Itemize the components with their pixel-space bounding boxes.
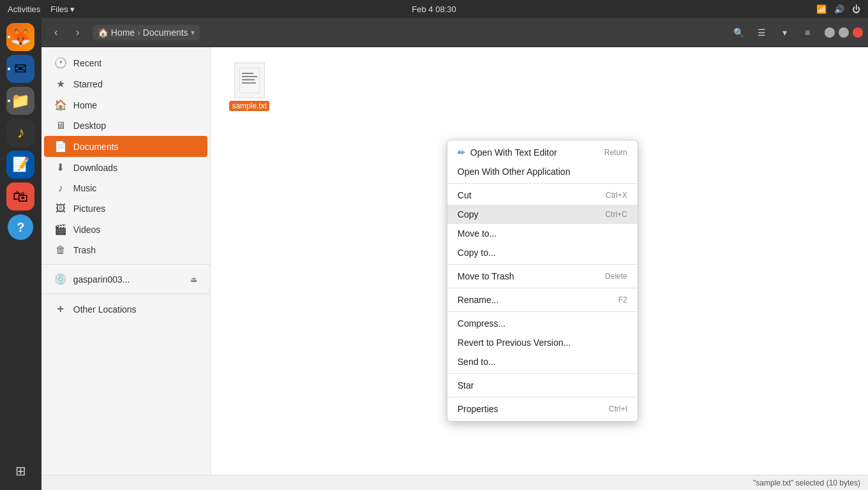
sidebar-label-downloads: Downloads [73, 163, 117, 173]
ctx-open-other[interactable]: Open With Other Application [447, 162, 638, 181]
context-menu: ✏ Open With Text Editor Return Open With… [447, 140, 638, 422]
ctx-open-text-editor[interactable]: ✏ Open With Text Editor Return [447, 143, 638, 162]
network-icon: 📶 [816, 4, 827, 14]
datetime-label: Feb 4 08:30 [412, 4, 456, 14]
sidebar-item-downloads[interactable]: ⬇ Downloads [44, 157, 207, 178]
dock-appstore[interactable]: 🛍 [6, 182, 34, 211]
sidebar-divider-1 [41, 264, 210, 265]
home-icon: 🏠 [54, 99, 67, 111]
file-icon [234, 63, 265, 98]
file-label: sample.txt [229, 101, 269, 111]
ctx-move-to[interactable]: Move to... [447, 224, 638, 243]
eject-icon[interactable]: ⏏ [190, 275, 197, 284]
recent-icon: 🕐 [54, 57, 67, 69]
dock-help[interactable]: ? [8, 214, 33, 240]
back-button[interactable]: ‹ [47, 23, 66, 42]
ctx-send-to-left: Send to... [458, 357, 496, 367]
dock-thunderbird[interactable]: ✉ [6, 55, 34, 83]
sidebar-label-documents: Documents [73, 142, 119, 152]
maximize-button[interactable] [839, 27, 849, 38]
music-icon: ♪ [54, 182, 67, 194]
ctx-cut-shortcut: Ctrl+X [606, 191, 627, 200]
power-icon[interactable]: ⏻ [852, 4, 860, 14]
title-bar-actions: 🔍 ☰ ▾ ≡ [729, 23, 817, 42]
ctx-copy-to[interactable]: Copy to... [447, 243, 638, 262]
system-bar-left: Activities Files ▾ [8, 4, 75, 14]
ctx-open-other-label: Open With Other Application [458, 167, 571, 177]
sidebar-item-home[interactable]: 🏠 Home [44, 94, 207, 115]
ctx-cut-left: Cut [458, 190, 472, 200]
dock-files[interactable]: 📁 [6, 87, 34, 115]
ctx-divider-1 [447, 183, 638, 184]
sidebar-item-other-locations[interactable]: + Other Locations [44, 298, 207, 320]
breadcrumb-home[interactable]: 🏠 [98, 27, 108, 38]
ctx-open-editor-shortcut: Return [604, 148, 627, 157]
sidebar-item-documents[interactable]: 📄 Documents [44, 136, 207, 157]
sidebar-item-desktop[interactable]: 🖥 Desktop [44, 115, 207, 136]
breadcrumb-dropdown-icon[interactable]: ▾ [191, 28, 195, 37]
dock-firefox[interactable]: 🦊 [6, 23, 34, 51]
ctx-revert[interactable]: Revert to Previous Version... [447, 333, 638, 352]
dock-grid[interactable]: ⊞ [6, 457, 34, 485]
ctx-compress-left: Compress... [458, 318, 505, 329]
search-button[interactable]: 🔍 [729, 23, 748, 42]
window-controls [825, 27, 863, 38]
sidebar-item-starred[interactable]: ★ Starred [44, 73, 207, 94]
ctx-open-editor-icon: ✏ [458, 147, 465, 158]
sidebar-item-gasparin[interactable]: 💿 gasparin003... ⏏ [44, 269, 207, 290]
sidebar-item-pictures[interactable]: 🖼 Pictures [44, 198, 207, 219]
system-bar-right: 📶 🔊 ⏻ [816, 4, 860, 14]
sidebar-label-trash: Trash [73, 245, 96, 255]
activities-label[interactable]: Activities [8, 4, 40, 14]
dock-writer[interactable]: 📝 [6, 151, 34, 179]
ctx-divider-3 [447, 288, 638, 288]
file-item-sample[interactable]: sample.txt [221, 57, 278, 116]
ctx-move-to-label: Move to... [458, 228, 497, 239]
videos-icon: 🎬 [54, 223, 67, 235]
ctx-send-to[interactable]: Send to... [447, 352, 638, 371]
menu-button[interactable]: ≡ [798, 23, 817, 42]
status-bar: "sample.txt" selected (10 bytes) [41, 475, 868, 490]
ctx-properties[interactable]: Properties Ctrl+I [447, 399, 638, 419]
ctx-open-editor-label: Open With Text Editor [470, 147, 557, 158]
sidebar-item-trash[interactable]: 🗑 Trash [44, 240, 207, 260]
ctx-move-to-trash[interactable]: Move to Trash Delete [447, 267, 638, 286]
ctx-rename[interactable]: Rename... F2 [447, 290, 638, 309]
files-menu-label[interactable]: Files ▾ [50, 4, 75, 14]
sidebar-label-videos: Videos [73, 225, 101, 235]
ctx-copy-to-left: Copy to... [458, 248, 496, 258]
close-button[interactable] [853, 27, 863, 38]
ctx-star-label: Star [458, 380, 474, 390]
sidebar-divider-2 [41, 293, 210, 294]
file-manager-body: 🕐 Recent ★ Starred 🏠 Home 🖥 Desktop 📄 [41, 47, 868, 475]
breadcrumb-documents-label[interactable]: Documents [143, 27, 188, 38]
minimize-button[interactable] [825, 27, 835, 38]
downloads-icon: ⬇ [54, 161, 67, 174]
ctx-cut[interactable]: Cut Ctrl+X [447, 186, 638, 205]
sidebar-label-music: Music [73, 183, 97, 193]
ctx-cut-label: Cut [458, 190, 472, 200]
view-dropdown-button[interactable]: ▾ [775, 23, 794, 42]
dock-rhythmbox[interactable]: ♪ [6, 119, 34, 147]
svg-rect-4 [242, 82, 256, 84]
ctx-trash-shortcut: Delete [605, 272, 627, 281]
ctx-properties-label: Properties [458, 404, 498, 414]
ctx-compress-label: Compress... [458, 318, 505, 329]
sidebar: 🕐 Recent ★ Starred 🏠 Home 🖥 Desktop 📄 [41, 47, 211, 475]
forward-button[interactable]: › [68, 23, 87, 42]
view-list-button[interactable]: ☰ [752, 23, 771, 42]
ctx-compress[interactable]: Compress... [447, 314, 638, 333]
pictures-icon: 🖼 [54, 203, 67, 214]
sidebar-label-pictures: Pictures [73, 204, 106, 214]
content-area: sample.txt ✏ Open With Text Editor Retur… [211, 47, 868, 475]
sidebar-item-videos[interactable]: 🎬 Videos [44, 219, 207, 240]
breadcrumb-home-label[interactable]: Home [111, 27, 135, 38]
ctx-copy[interactable]: Copy Ctrl+C [447, 205, 638, 224]
ctx-star[interactable]: Star [447, 376, 638, 395]
breadcrumb-separator: › [137, 27, 140, 38]
sidebar-item-recent[interactable]: 🕐 Recent [44, 52, 207, 73]
sidebar-label-starred: Starred [73, 79, 103, 89]
sidebar-item-music[interactable]: ♪ Music [44, 178, 207, 198]
breadcrumb[interactable]: 🏠 Home › Documents ▾ [93, 25, 200, 40]
ctx-move-to-trash-label: Move to Trash [458, 271, 514, 281]
